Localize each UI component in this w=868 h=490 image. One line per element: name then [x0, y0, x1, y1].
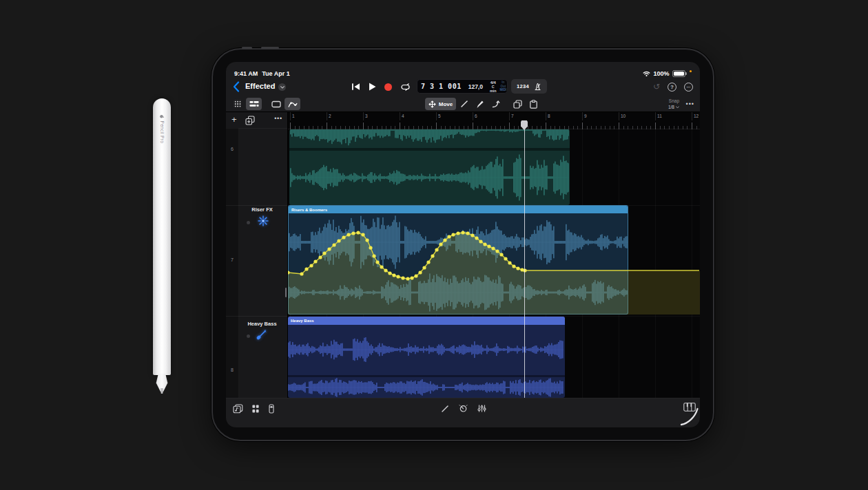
metronome-icon[interactable]: [534, 83, 541, 91]
automation-point[interactable]: [456, 231, 459, 235]
automation-point[interactable]: [309, 264, 313, 267]
automation-point[interactable]: [483, 242, 486, 246]
automation-button[interactable]: [285, 98, 300, 110]
rewind-to-start-button[interactable]: [351, 83, 360, 91]
mic-indicator-dot: [690, 70, 692, 73]
automation-point[interactable]: [479, 239, 482, 243]
mixer-button[interactable]: [477, 404, 486, 413]
pencil-tool-button[interactable]: [472, 98, 488, 110]
automation-point[interactable]: [369, 246, 372, 249]
track-number-gutter: [226, 128, 239, 398]
automation-point[interactable]: [516, 266, 519, 270]
automation-point[interactable]: [495, 249, 499, 253]
lcd-display[interactable]: 7 3 1 001 127,0 4/4 C min In Out MIDI: [417, 79, 508, 94]
snap-setting[interactable]: Snap 1/8: [668, 98, 679, 110]
bass-guitar-icon[interactable]: [255, 329, 267, 341]
automation-point[interactable]: [401, 276, 404, 279]
automation-point[interactable]: [414, 274, 417, 277]
undo-button[interactable]: ↺: [653, 83, 660, 91]
line-tool-button[interactable]: [456, 98, 472, 110]
automation-point[interactable]: [461, 231, 464, 234]
automation-point[interactable]: [372, 254, 375, 257]
automation-point[interactable]: [365, 238, 369, 242]
automation-point[interactable]: [380, 265, 383, 268]
move-crosshair-icon: [428, 100, 436, 108]
cycle-button[interactable]: [400, 83, 411, 91]
browser-button[interactable]: [229, 98, 245, 110]
channel-strip-button[interactable]: [268, 404, 275, 414]
tracks-view-button[interactable]: [246, 98, 262, 110]
automation-point[interactable]: [388, 271, 391, 275]
automation-point[interactable]: [300, 272, 303, 275]
automation-point[interactable]: [499, 253, 503, 256]
automation-point[interactable]: [422, 266, 426, 269]
automation-point[interactable]: [512, 264, 515, 268]
plugins-button[interactable]: [251, 404, 260, 414]
automation-point[interactable]: [337, 239, 340, 242]
automation-point[interactable]: [487, 244, 490, 248]
automation-point[interactable]: [491, 246, 495, 250]
track-name-riser-fx[interactable]: Riser FX: [238, 206, 286, 213]
curve-tool-button[interactable]: [488, 98, 504, 110]
record-button[interactable]: [384, 83, 392, 91]
record-enable-dot[interactable]: [247, 334, 250, 338]
view-buttons-group: [229, 98, 300, 110]
project-title[interactable]: Effected: [245, 82, 275, 90]
automation-point[interactable]: [435, 248, 438, 251]
automation-point[interactable]: [471, 233, 474, 237]
automation-curve-overlay[interactable]: [288, 112, 700, 398]
copy-button[interactable]: [510, 98, 526, 110]
chevron-down-icon: [280, 86, 285, 89]
count-in-button[interactable]: 1234: [517, 83, 529, 89]
track-header-more-button[interactable]: •••: [274, 115, 282, 122]
arrange-area[interactable]: Risers & Boomers Heavy Bass: [288, 112, 700, 398]
back-button[interactable]: [233, 81, 242, 92]
automation-point[interactable]: [410, 276, 413, 279]
automation-point[interactable]: [392, 273, 395, 277]
paste-button[interactable]: [526, 98, 541, 110]
automation-point[interactable]: [313, 259, 317, 263]
move-tool-button[interactable]: Move: [425, 98, 456, 110]
automation-point[interactable]: [475, 236, 478, 239]
lane-resize-handle[interactable]: [285, 288, 287, 297]
automation-point[interactable]: [431, 254, 434, 257]
automation-point[interactable]: [361, 233, 364, 236]
toolbar-more-button[interactable]: •••: [686, 100, 694, 107]
automation-point[interactable]: [426, 260, 430, 264]
starburst-icon[interactable]: [258, 215, 269, 226]
automation-point[interactable]: [451, 233, 455, 236]
automation-point[interactable]: [332, 243, 335, 246]
region-inspector-button[interactable]: [268, 98, 284, 110]
automation-point[interactable]: [508, 261, 511, 264]
clock: 9:41 AM: [234, 70, 258, 77]
automation-point[interactable]: [318, 255, 322, 259]
automation-point[interactable]: [447, 235, 451, 238]
duplicate-track-button[interactable]: [245, 116, 255, 125]
record-enable-dot[interactable]: [247, 221, 250, 224]
automation-point[interactable]: [418, 270, 422, 274]
automation-point[interactable]: [443, 238, 446, 242]
automation-point[interactable]: [439, 242, 442, 246]
add-track-button[interactable]: +: [231, 114, 237, 125]
automation-point[interactable]: [406, 277, 409, 280]
automation-point[interactable]: [466, 231, 469, 235]
automation-point[interactable]: [327, 247, 331, 251]
automation-point[interactable]: [342, 235, 345, 239]
automation-point[interactable]: [504, 257, 507, 260]
automation-point[interactable]: [396, 275, 400, 278]
help-button[interactable]: ?: [668, 83, 676, 92]
loop-browser-button[interactable]: [233, 404, 243, 414]
play-button[interactable]: [369, 83, 376, 91]
edit-tool-button[interactable]: [441, 405, 449, 413]
track-name-heavy-bass[interactable]: Heavy Bass: [238, 321, 286, 327]
automation-point[interactable]: [384, 268, 387, 272]
knob-control-button[interactable]: [459, 404, 468, 413]
more-options-button[interactable]: •••: [684, 83, 693, 92]
automation-point[interactable]: [375, 260, 379, 264]
title-menu-button[interactable]: [278, 83, 286, 91]
automation-point[interactable]: [351, 231, 355, 235]
automation-point[interactable]: [356, 231, 360, 234]
automation-point[interactable]: [347, 233, 350, 236]
automation-point[interactable]: [304, 267, 308, 270]
automation-point[interactable]: [322, 251, 326, 255]
